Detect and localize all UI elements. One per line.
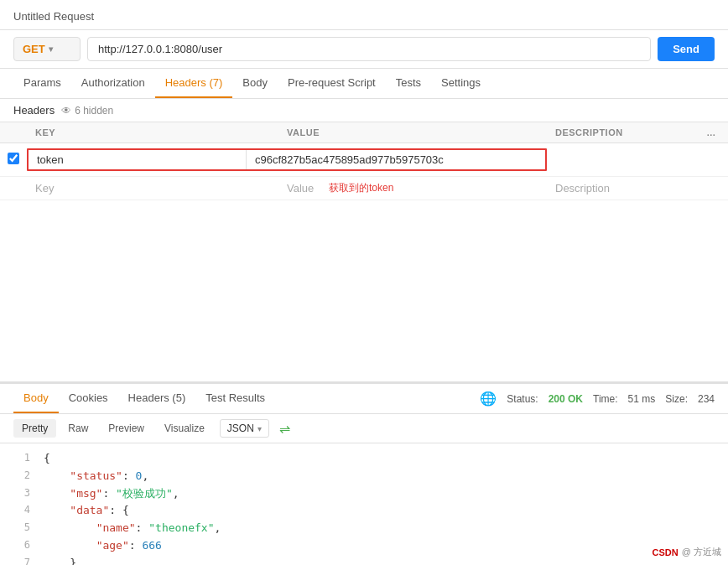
line-number: 2	[13, 468, 30, 485]
value-placeholder: Value	[287, 182, 314, 194]
format-tab-preview[interactable]: Preview	[100, 419, 153, 438]
bottom-panel: Body Cookies Headers (5) Test Results 🌐 …	[0, 382, 728, 565]
headers-table: KEY VALUE DESCRIPTION ... token c96cf827…	[0, 122, 728, 200]
globe-icon[interactable]: 🌐	[480, 391, 497, 407]
format-select-dropdown[interactable]: JSON ▾	[220, 419, 269, 438]
tab-body[interactable]: Body	[232, 69, 278, 98]
bottom-tab-body[interactable]: Body	[13, 384, 59, 413]
app-container: Untitled Request GET ▾ Send Params Autho…	[0, 0, 728, 565]
method-select[interactable]: GET ▾	[13, 37, 81, 61]
line-content: }	[44, 555, 76, 565]
highlighted-key-value: token c96cf827b5ac475895ad977b5975703c	[27, 148, 547, 171]
format-tabs-row: Pretty Raw Preview Visualize JSON ▾ ⇌	[0, 414, 728, 443]
chevron-down-icon: ▾	[49, 44, 53, 54]
col-dots-header: ...	[694, 122, 728, 143]
status-value: 200 OK	[549, 393, 583, 405]
time-value: 51 ms	[628, 393, 656, 405]
line-content: "status": 0,	[44, 468, 148, 485]
headers-table-section: KEY VALUE DESCRIPTION ... token c96cf827…	[0, 122, 728, 200]
line-content: "name": "theonefx",	[44, 520, 221, 537]
json-content: 1 { 2 "status": 0, 3 "msg": "校验成功", 4 "	[0, 443, 728, 565]
headers-subrow: Headers 👁 6 hidden	[0, 99, 728, 122]
row-checkbox[interactable]	[8, 153, 19, 164]
url-input[interactable]	[87, 37, 651, 61]
hidden-count: 6 hidden	[75, 105, 113, 117]
watermark: CSDN @ 方近城	[653, 546, 721, 558]
line-number: 1	[13, 450, 30, 468]
format-tab-raw[interactable]: Raw	[60, 419, 96, 438]
request-title: Untitled Request	[13, 10, 94, 23]
row-checkbox-cell	[0, 143, 27, 177]
bottom-tab-cookies[interactable]: Cookies	[59, 384, 118, 413]
watermark-csdn: CSDN	[653, 547, 679, 557]
bottom-tab-test-results[interactable]: Test Results	[195, 384, 275, 413]
key-value-combined-cell: token c96cf827b5ac475895ad977b5975703c	[27, 143, 547, 177]
time-label: Time:	[593, 393, 618, 405]
format-tab-visualize[interactable]: Visualize	[156, 419, 213, 438]
status-label: Status:	[507, 393, 538, 405]
request-tabs: Params Authorization Headers (7) Body Pr…	[0, 69, 728, 99]
token-annotation: 获取到的token	[329, 181, 393, 195]
json-line-6: 6 "age": 666	[13, 537, 715, 555]
col-desc-header: DESCRIPTION	[547, 122, 694, 143]
line-number: 3	[13, 485, 30, 503]
url-bar: GET ▾ Send	[0, 30, 728, 69]
key-placeholder: Key	[35, 182, 54, 194]
hidden-badge: 👁 6 hidden	[61, 105, 113, 117]
bottom-tabs-row: Body Cookies Headers (5) Test Results 🌐 …	[0, 384, 728, 414]
line-number: 5	[13, 520, 30, 537]
json-line-5: 5 "name": "theonefx",	[13, 520, 715, 537]
col-value-header: VALUE	[278, 122, 547, 143]
line-content: "age": 666	[44, 537, 162, 555]
token-key[interactable]: token	[29, 150, 247, 169]
tab-tests[interactable]: Tests	[386, 69, 431, 98]
format-tab-pretty[interactable]: Pretty	[13, 419, 56, 438]
empty-row-desc-cell[interactable]: Description	[547, 177, 694, 200]
tab-headers[interactable]: Headers (7)	[155, 69, 233, 98]
desc-placeholder: Description	[555, 182, 610, 194]
method-label: GET	[23, 43, 45, 55]
json-line-2: 2 "status": 0,	[13, 468, 715, 485]
size-value: 234	[698, 393, 715, 405]
json-line-1: 1 {	[13, 450, 715, 468]
title-bar: Untitled Request	[0, 0, 728, 30]
line-number: 6	[13, 537, 30, 555]
send-button[interactable]: Send	[658, 37, 715, 61]
empty-row-key-cell[interactable]: Key	[27, 177, 278, 200]
middle-spacer	[0, 200, 728, 382]
wrap-icon[interactable]: ⇌	[279, 421, 290, 437]
token-value[interactable]: c96cf827b5ac475895ad977b5975703c	[247, 150, 545, 169]
token-description[interactable]	[547, 143, 694, 177]
tab-pre-request-script[interactable]: Pre-request Script	[278, 69, 386, 98]
size-label: Size:	[665, 393, 688, 405]
tab-settings[interactable]: Settings	[431, 69, 491, 98]
line-number: 4	[13, 502, 30, 520]
headers-section-label: Headers	[13, 104, 55, 117]
empty-row-checkbox-cell	[0, 177, 27, 200]
watermark-name: @ 方近城	[682, 546, 721, 558]
format-select-label: JSON	[227, 422, 254, 434]
table-row: token c96cf827b5ac475895ad977b5975703c	[0, 143, 728, 177]
line-number: 7	[13, 555, 30, 565]
table-header-row: KEY VALUE DESCRIPTION ...	[0, 122, 728, 143]
col-checkbox	[0, 122, 27, 143]
response-status: 🌐 Status: 200 OK Time: 51 ms Size: 234	[480, 391, 715, 407]
tab-authorization[interactable]: Authorization	[71, 69, 155, 98]
chevron-down-icon: ▾	[257, 424, 262, 433]
tab-params[interactable]: Params	[13, 69, 71, 98]
json-line-7: 7 }	[13, 555, 715, 565]
eye-icon: 👁	[61, 105, 71, 117]
empty-row-actions	[694, 177, 728, 200]
line-content: {	[44, 450, 50, 468]
row-actions	[694, 143, 728, 177]
line-content: "data": {	[44, 502, 129, 520]
empty-row-value-cell[interactable]: Value 获取到的token	[278, 177, 547, 200]
line-content: "msg": "校验成功",	[44, 485, 179, 503]
table-empty-row: Key Value 获取到的token Description	[0, 177, 728, 200]
json-line-4: 4 "data": {	[13, 502, 715, 520]
bottom-tab-headers[interactable]: Headers (5)	[118, 384, 196, 413]
json-line-3: 3 "msg": "校验成功",	[13, 485, 715, 503]
col-key-header: KEY	[27, 122, 278, 143]
